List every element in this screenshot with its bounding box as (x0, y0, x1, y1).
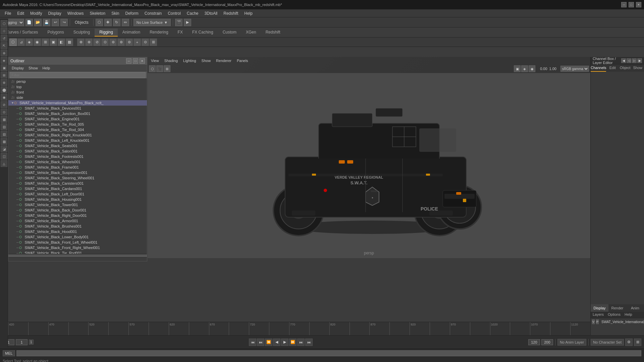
list-item[interactable]: ─ ⬡ SWAT_Vehicle_Black_Tie_Rod_004 (8, 127, 147, 132)
list-item[interactable]: ─ ⬡ SWAT_Vehicle_Black_Steering_Wheel001 (8, 175, 147, 181)
vp-menu-view[interactable]: View (149, 58, 161, 63)
undo-button[interactable]: ↩ (52, 19, 59, 26)
menu-redshift[interactable]: Redshift (221, 10, 241, 16)
icon16[interactable]: ▨ (1, 131, 7, 137)
tool5-btn[interactable]: ⊞ (42, 39, 49, 46)
outliner-menu-help[interactable]: Help (41, 66, 52, 70)
prev-key-btn[interactable]: ⏭ (257, 339, 264, 346)
menu-control[interactable]: Control (165, 10, 183, 16)
scale-tool[interactable]: ⇔ (122, 19, 129, 26)
list-item[interactable]: ─ ⬡ SWAT_Vehicle_Black_Canisters001 (8, 181, 147, 186)
list-item[interactable]: ─ ⬡ SWAT_Vehicle_Black_Wheels001 (8, 159, 147, 165)
render-button[interactable]: ▶ (184, 19, 191, 26)
layer-p-button[interactable]: P (596, 319, 599, 324)
icon9[interactable]: ⊗ (1, 79, 7, 86)
icon13[interactable]: ⊙ (1, 109, 7, 115)
vp-select-btn[interactable]: ⬡ (149, 65, 156, 72)
icon17[interactable]: ▩ (1, 138, 7, 145)
move-tool[interactable]: ✚ (104, 19, 112, 26)
outliner-menu-show[interactable]: Show (26, 66, 40, 70)
tool14-btn[interactable]: ⊛ (117, 39, 125, 46)
icon12[interactable]: ⊘ (1, 101, 7, 108)
outliner-item-top[interactable]: 🎥 top (8, 84, 147, 89)
minimize-button[interactable]: ─ (621, 2, 627, 7)
gamma-select[interactable]: sRGB gamma (560, 66, 589, 72)
extra-btn[interactable]: ⊞ (634, 339, 641, 346)
tool8-btn[interactable]: ▩ (66, 39, 73, 46)
menu-skeleton[interactable]: Skeleton (87, 10, 108, 16)
tool18-btn[interactable]: ⊞ (150, 39, 157, 46)
loh-options[interactable]: Options (606, 312, 623, 318)
menu-display[interactable]: Display (45, 10, 64, 16)
list-item[interactable]: ─ ⬡ SWAT_Vehicle_Black_Front_Left_Wheel0… (8, 240, 147, 245)
icon18[interactable]: ◪ (1, 145, 7, 152)
ik-spline-btn[interactable]: ⊘ (93, 39, 101, 46)
loh-layers[interactable]: Layers (591, 312, 606, 318)
vp-menu-show[interactable]: Show (200, 58, 213, 63)
tab-sculpting[interactable]: Sculpting (69, 28, 95, 37)
cb-nav-left2-btn[interactable]: ◁ (627, 58, 631, 63)
outliner-item-swat-group[interactable]: ▼ ⬡ SWAT_Vehicle_International_MaxxPro_B… (8, 100, 147, 106)
step-fwd-btn[interactable]: ⏩ (289, 339, 297, 346)
play-back-btn[interactable]: ◀ (273, 339, 280, 346)
list-item[interactable]: ─ ⬡ SWAT_Vehicle_Black_Engine001 (8, 116, 147, 122)
new-scene-button[interactable]: 📄 (25, 19, 33, 26)
menu-3dtoall[interactable]: 3DtoAll (202, 10, 220, 16)
play-fwd-btn[interactable]: ▶ (281, 339, 288, 346)
paint-select-btn[interactable]: ◈ (25, 39, 33, 46)
list-item[interactable]: ─ ⬡ SWAT_Vehicle_Black_Housing001 (8, 197, 147, 202)
vp-textured-btn[interactable]: ◉ (529, 65, 535, 72)
icon20[interactable]: ◬ (1, 160, 7, 167)
vp-menu-renderer[interactable]: Renderer (214, 58, 233, 63)
loh-help[interactable]: Help (623, 312, 634, 318)
tool6-btn[interactable]: ▣ (50, 39, 57, 46)
list-item[interactable]: ─ ⬡ SWAT_Vehicle_Black_Left_Door001 (8, 191, 147, 197)
open-scene-button[interactable]: 📂 (34, 19, 42, 26)
cb-tab-channels[interactable]: Channels (591, 64, 606, 72)
save-scene-button[interactable]: 💾 (43, 19, 50, 26)
outliner-minimize-btn[interactable]: ─ (126, 58, 131, 64)
list-item[interactable]: ─ ⬡ SWAT_Vehicle_Black_Right_Knuckle001 (8, 132, 147, 138)
end-frame-input[interactable] (528, 339, 540, 345)
list-item[interactable]: ─ ⬡ SWAT_Vehicle_Black_Tower001 (8, 202, 147, 207)
viewport[interactable]: View Shading Lighting Show Renderer Pane… (148, 57, 590, 258)
icon11[interactable]: ◉ (1, 94, 7, 101)
render-settings-button[interactable]: 🎬 (175, 19, 182, 26)
soft-select-btn[interactable]: ◉ (34, 39, 41, 46)
menu-file[interactable]: File (2, 10, 14, 16)
list-item[interactable]: ─ ⬡ SWAT_Vehicle_Black_Right_Door001 (8, 213, 147, 218)
icon10[interactable]: ⬤ (1, 86, 7, 93)
tool7-btn[interactable]: ◧ (58, 39, 65, 46)
tool16-btn[interactable]: + (133, 39, 141, 46)
icon8[interactable]: ⊞ (1, 72, 7, 78)
tab-fx-caching[interactable]: FX Caching (187, 28, 218, 37)
tool17-btn[interactable]: ⊝ (142, 39, 149, 46)
menu-cache[interactable]: Cache (184, 10, 201, 16)
outliner-close-btn[interactable]: ✕ (140, 58, 145, 64)
menu-constrain[interactable]: Constrain (142, 10, 164, 16)
vp-grid-btn[interactable]: ⊞ (164, 65, 170, 72)
list-item[interactable]: ─ ⬡ SWAT_Vehicle_Black_Frame001 (8, 165, 147, 170)
list-item[interactable]: ─ ⬡ SWAT_Vehicle_Black_Tie_Rod001 (8, 250, 147, 254)
settings-btn[interactable]: ⚙ (625, 339, 633, 346)
list-item[interactable]: ─ ⬡ SWAT_Vehicle_Black_Brushes001 (8, 224, 147, 229)
outliner-maximize-btn[interactable]: □ (133, 58, 138, 64)
menu-skin[interactable]: Skin (109, 10, 122, 16)
close-button[interactable]: ✕ (636, 2, 641, 7)
list-item[interactable]: ─ ⬡ SWAT_Vehicle_Black_Tie_Rod_005 (8, 122, 147, 127)
icon14[interactable]: ▦ (1, 116, 7, 123)
list-item[interactable]: ─ ⬡ SWAT_Vehicle_Black_Left_Knuckle001 (8, 138, 147, 143)
cb-nav-right-btn[interactable]: ▶ (637, 58, 642, 63)
mel-input[interactable] (16, 350, 641, 356)
universal-icon[interactable]: ⊕ (1, 50, 7, 56)
menu-modify[interactable]: Modify (28, 10, 45, 16)
tab-rigging[interactable]: Rigging (95, 28, 118, 37)
vp-display-wire-btn[interactable]: ▣ (514, 65, 521, 72)
move-icon[interactable]: ⊹ (1, 27, 7, 34)
lasso-tool-btn[interactable]: ⊿ (17, 39, 25, 46)
tool15-btn[interactable]: ⊜ (125, 39, 133, 46)
vp-smooth-shade-btn[interactable]: ◈ (521, 65, 528, 72)
list-item[interactable]: ─ ⬡ SWAT_Vehicle_Black_Hood001 (8, 229, 147, 234)
outliner-search-input[interactable] (10, 72, 146, 78)
timeline-ruler[interactable]: 420 470 520 570 620 670 720 770 820 870 … (8, 322, 590, 335)
